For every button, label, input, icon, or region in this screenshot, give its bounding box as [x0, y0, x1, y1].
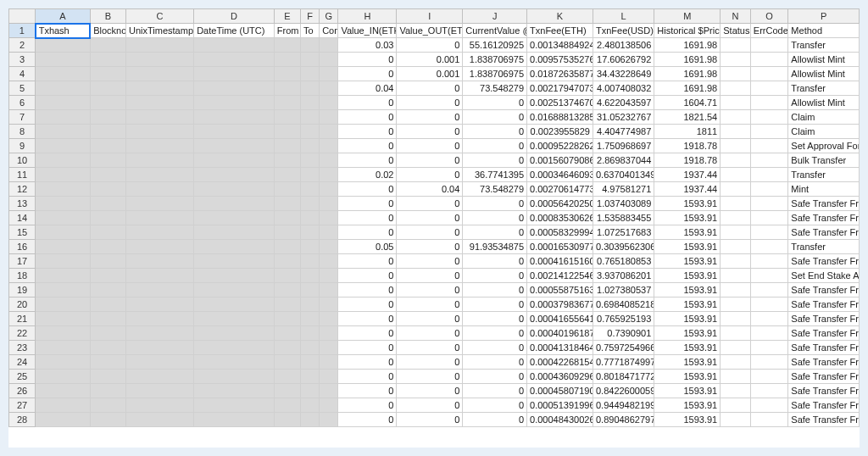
cell-G4[interactable]: [320, 67, 338, 81]
row-header-8[interactable]: 8: [9, 125, 36, 139]
cell-L2[interactable]: 2.480138506: [593, 38, 654, 53]
cell-H25[interactable]: 0: [338, 370, 397, 384]
cell-M22[interactable]: 1593.91: [654, 326, 721, 341]
cell-I20[interactable]: 0: [397, 298, 463, 312]
cell-A25[interactable]: [36, 370, 91, 384]
cell-F20[interactable]: [300, 298, 319, 312]
cell-A15[interactable]: [36, 225, 91, 240]
row-header-4[interactable]: 4: [9, 67, 36, 81]
cell-M4[interactable]: 1691.98: [654, 67, 721, 81]
cell-G22[interactable]: [320, 326, 338, 341]
cell-G3[interactable]: [320, 53, 338, 67]
col-header-C[interactable]: C: [126, 9, 194, 24]
cell-H12[interactable]: 0: [338, 182, 397, 197]
row-header-11[interactable]: 11: [9, 168, 36, 182]
cell-B23[interactable]: [90, 341, 125, 355]
cell-O4[interactable]: [750, 67, 788, 81]
cell-K2[interactable]: 0.00134884924: [527, 38, 593, 53]
cell-K7[interactable]: 0.01688813285: [527, 110, 593, 125]
cell-A17[interactable]: [36, 254, 91, 269]
cell-E22[interactable]: [274, 326, 300, 341]
cell-M3[interactable]: 1691.98: [654, 53, 721, 67]
cell-A11[interactable]: [36, 168, 91, 182]
cell-A23[interactable]: [36, 341, 91, 355]
cell-K10[interactable]: 0.00156079086: [527, 153, 593, 168]
cell-K15[interactable]: 0.00058329994: [527, 225, 593, 240]
cell-J27[interactable]: 0: [463, 398, 527, 413]
cell-L9[interactable]: 1.750968697: [593, 139, 654, 153]
cell-F13[interactable]: [300, 197, 319, 211]
cell-M28[interactable]: 1593.91: [654, 413, 721, 427]
cell-B21[interactable]: [90, 312, 125, 326]
cell-F18[interactable]: [300, 269, 319, 283]
cell-I18[interactable]: 0: [397, 269, 463, 283]
cell-G7[interactable]: [320, 110, 338, 125]
cell-I15[interactable]: 0: [397, 225, 463, 240]
cell-B6[interactable]: [90, 96, 125, 110]
row-header-26[interactable]: 26: [9, 384, 36, 398]
cell-N13[interactable]: [721, 197, 751, 211]
cell-H26[interactable]: 0: [338, 384, 397, 398]
cell-J18[interactable]: 0: [463, 269, 527, 283]
cell-G28[interactable]: [320, 413, 338, 427]
cell-P27[interactable]: Safe Transfer From: [788, 398, 860, 413]
cell-B26[interactable]: [90, 384, 125, 398]
cell-K5[interactable]: 0.00217947073: [527, 81, 593, 96]
header-cell-H[interactable]: Value_IN(ETH): [338, 24, 397, 38]
row-header-17[interactable]: 17: [9, 254, 36, 269]
col-header-J[interactable]: J: [463, 9, 527, 24]
cell-I7[interactable]: 0: [397, 110, 463, 125]
cell-C20[interactable]: [126, 298, 194, 312]
cell-F6[interactable]: [300, 96, 319, 110]
cell-H17[interactable]: 0: [338, 254, 397, 269]
cell-A4[interactable]: [36, 67, 91, 81]
row-header-1[interactable]: 1: [9, 24, 36, 38]
cell-L21[interactable]: 0.765925193: [593, 312, 654, 326]
cell-B13[interactable]: [90, 197, 125, 211]
cell-E26[interactable]: [274, 384, 300, 398]
col-header-M[interactable]: M: [654, 9, 721, 24]
cell-B11[interactable]: [90, 168, 125, 182]
header-cell-N[interactable]: Status: [721, 24, 751, 38]
cell-K11[interactable]: 0.00034646093: [527, 168, 593, 182]
cell-J3[interactable]: 1.838706975: [463, 53, 527, 67]
cell-G20[interactable]: [320, 298, 338, 312]
cell-K24[interactable]: 0.00042268154: [527, 355, 593, 370]
cell-D18[interactable]: [194, 269, 275, 283]
cell-J11[interactable]: 36.7741395: [463, 168, 527, 182]
cell-C28[interactable]: [126, 413, 194, 427]
cell-D15[interactable]: [194, 225, 275, 240]
corner-cell[interactable]: [9, 9, 36, 24]
cell-J22[interactable]: 0: [463, 326, 527, 341]
cell-C5[interactable]: [126, 81, 194, 96]
cell-N24[interactable]: [721, 355, 751, 370]
cell-A7[interactable]: [36, 110, 91, 125]
cell-C3[interactable]: [126, 53, 194, 67]
cell-O8[interactable]: [750, 125, 788, 139]
col-header-D[interactable]: D: [194, 9, 275, 24]
cell-O22[interactable]: [750, 326, 788, 341]
cell-G9[interactable]: [320, 139, 338, 153]
cell-F10[interactable]: [300, 153, 319, 168]
cell-M13[interactable]: 1593.91: [654, 197, 721, 211]
cell-N16[interactable]: [721, 240, 751, 254]
cell-F22[interactable]: [300, 326, 319, 341]
row-header-25[interactable]: 25: [9, 370, 36, 384]
cell-B8[interactable]: [90, 125, 125, 139]
cell-P13[interactable]: Safe Transfer From: [788, 197, 860, 211]
cell-M17[interactable]: 1593.91: [654, 254, 721, 269]
cell-K20[interactable]: 0.00037983677: [527, 298, 593, 312]
row-header-7[interactable]: 7: [9, 110, 36, 125]
cell-K8[interactable]: 0.0023955829: [527, 125, 593, 139]
cell-K4[interactable]: 0.01872635877: [527, 67, 593, 81]
cell-L6[interactable]: 4.622043597: [593, 96, 654, 110]
cell-O14[interactable]: [750, 211, 788, 225]
cell-O24[interactable]: [750, 355, 788, 370]
cell-G10[interactable]: [320, 153, 338, 168]
cell-M20[interactable]: 1593.91: [654, 298, 721, 312]
cell-K26[interactable]: 0.00045807190: [527, 384, 593, 398]
cell-E16[interactable]: [274, 240, 300, 254]
cell-K17[interactable]: 0.00041615160: [527, 254, 593, 269]
cell-H10[interactable]: 0: [338, 153, 397, 168]
cell-N25[interactable]: [721, 370, 751, 384]
